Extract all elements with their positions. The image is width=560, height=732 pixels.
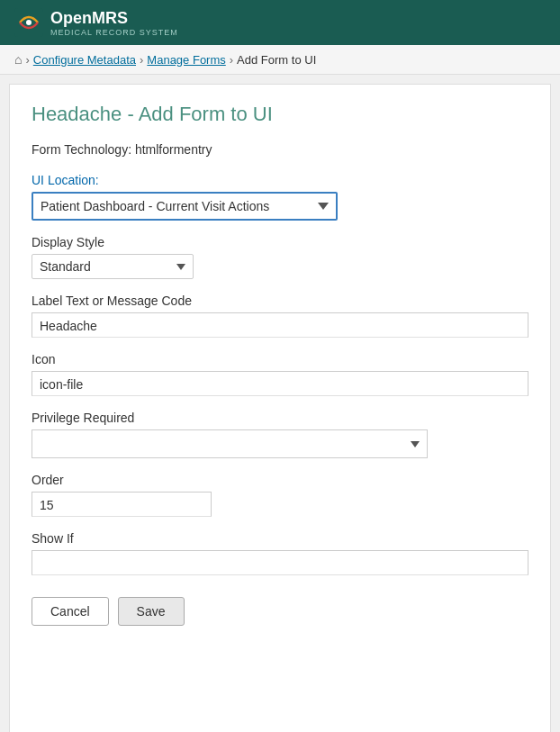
save-button[interactable]: Save: [118, 597, 185, 626]
privilege-label: Privilege Required: [32, 411, 528, 425]
separator-3: ›: [230, 53, 233, 67]
display-style-field: Display Style Standard Custom: [32, 235, 528, 279]
main-content: Headache - Add Form to UI Form Technolog…: [9, 84, 551, 732]
logo-text-area: OpenMRS MEDICAL RECORD SYSTEM: [50, 9, 178, 37]
svg-point-1: [26, 20, 32, 25]
show-if-input[interactable]: [32, 550, 528, 575]
logo-subtitle: MEDICAL RECORD SYSTEM: [50, 28, 178, 37]
page-title: Headache - Add Form to UI: [32, 103, 528, 126]
separator-2: ›: [140, 53, 143, 67]
privilege-field: Privilege Required: [32, 411, 528, 458]
label-text-field: Label Text or Message Code: [32, 294, 528, 338]
order-input[interactable]: [32, 492, 212, 517]
separator-1: ›: [25, 53, 29, 67]
label-text-label: Label Text or Message Code: [32, 294, 528, 308]
button-row: Cancel Save: [32, 597, 528, 626]
form-technology-label: Form Technology:: [32, 142, 131, 157]
icon-input[interactable]: [32, 371, 528, 396]
breadcrumb-manage-forms[interactable]: Manage Forms: [147, 53, 225, 67]
form-technology-row: Form Technology: htmlformentry: [32, 142, 528, 157]
ui-location-label: UI Location:: [32, 173, 528, 187]
show-if-label: Show If: [32, 531, 528, 546]
icon-label: Icon: [32, 352, 528, 366]
openmrs-logo-icon: [14, 8, 43, 37]
home-icon[interactable]: ⌂: [14, 52, 22, 67]
order-label: Order: [32, 473, 528, 487]
cancel-button[interactable]: Cancel: [32, 597, 109, 626]
form-technology-value: htmlformentry: [135, 142, 212, 157]
ui-location-select[interactable]: Patient Dashboard - Current Visit Action…: [32, 192, 338, 221]
logo: OpenMRS MEDICAL RECORD SYSTEM: [14, 8, 178, 37]
privilege-select[interactable]: [32, 429, 428, 458]
display-style-select[interactable]: Standard Custom: [32, 254, 194, 279]
label-text-input[interactable]: [32, 312, 528, 338]
logo-name: OpenMRS: [50, 9, 128, 27]
display-style-label: Display Style: [32, 235, 528, 249]
icon-field: Icon: [32, 352, 528, 396]
breadcrumb: ⌂ › Configure Metadata › Manage Forms › …: [0, 45, 560, 75]
app-header: OpenMRS MEDICAL RECORD SYSTEM: [0, 0, 560, 45]
order-field: Order: [32, 473, 528, 517]
breadcrumb-configure-metadata[interactable]: Configure Metadata: [33, 53, 136, 67]
breadcrumb-current: Add Form to UI: [237, 53, 316, 67]
ui-location-field: UI Location: Patient Dashboard - Current…: [32, 173, 528, 221]
show-if-field: Show If: [32, 531, 528, 575]
